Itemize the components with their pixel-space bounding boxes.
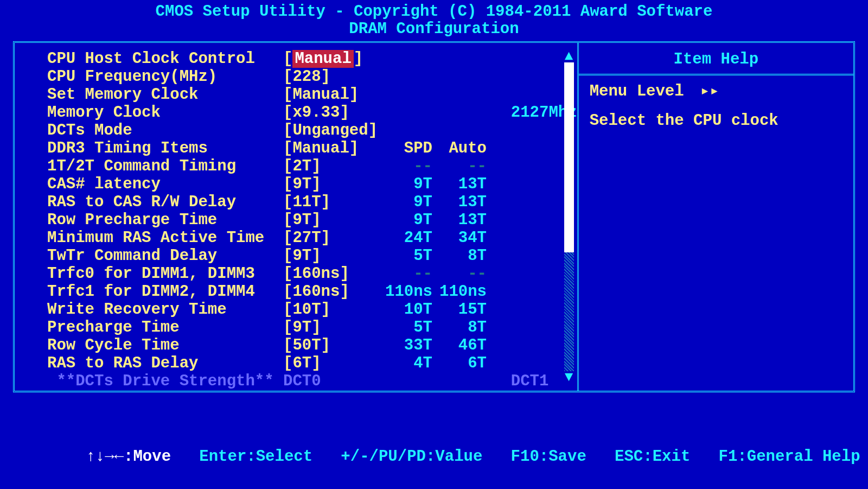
scrollbar[interactable]: ▲▼ <box>564 47 574 386</box>
setting-label: RAS to CAS R/W Delay <box>47 194 283 211</box>
settings-list[interactable]: CPU Host Clock Control[Manual]CPU Freque… <box>15 43 577 391</box>
setting-auto: 46T <box>432 337 487 354</box>
setting-auto: 110ns <box>432 283 487 301</box>
setting-value[interactable]: [x9.33] <box>283 104 378 122</box>
setting-label: Set Memory Clock <box>47 86 283 104</box>
setting-value[interactable]: [9T] <box>283 212 378 229</box>
hint-help: F1:General Help <box>719 448 860 466</box>
setting-auto: 6T <box>432 355 487 372</box>
setting-note: DCT1 <box>492 373 548 390</box>
setting-label: Memory Clock <box>47 104 283 122</box>
setting-spd: 5T <box>378 247 432 265</box>
setting-label: Row Precharge Time <box>47 212 283 229</box>
setting-auto: Auto <box>432 140 487 157</box>
setting-label: Minimum RAS Active Time <box>47 230 283 247</box>
setting-spd: 10T <box>378 301 432 319</box>
setting-label: **DCTs Drive Strength** <box>47 373 283 390</box>
setting-spd: 33T <box>378 337 432 354</box>
setting-label: CPU Host Clock Control <box>47 50 283 68</box>
setting-spd: 5T <box>378 319 432 336</box>
setting-row[interactable]: Precharge Time[9T]5T8T <box>47 319 577 337</box>
setting-value[interactable]: [50T] <box>283 337 378 354</box>
setting-value[interactable]: [9T] <box>283 247 378 265</box>
setting-spd: 110ns <box>378 283 432 301</box>
setting-row[interactable]: Write Recovery Time[10T]10T15T <box>47 301 577 319</box>
setting-label: TwTr Command Delay <box>47 247 283 265</box>
setting-value[interactable]: [Manual] <box>283 50 378 68</box>
menu-level-label: Menu Level <box>590 83 684 100</box>
setting-value[interactable]: [Unganged] <box>283 122 378 139</box>
hint-select: Enter:Select <box>199 448 312 466</box>
setting-row[interactable]: DCTs Mode[Unganged] <box>47 122 577 140</box>
setting-value[interactable]: [9T] <box>283 176 378 193</box>
setting-value[interactable]: [160ns] <box>283 265 378 283</box>
hint-save: F10:Save <box>511 448 586 466</box>
setting-value[interactable]: [10T] <box>283 301 378 319</box>
setting-label: Row Cycle Time <box>47 337 283 354</box>
bios-screen: CMOS Setup Utility - Copyright (C) 1984-… <box>0 0 868 489</box>
setting-label: CAS# latency <box>47 176 283 193</box>
setting-value[interactable]: [Manual] <box>283 140 378 157</box>
help-title: Item Help <box>579 43 853 75</box>
setting-spd: 9T <box>378 176 432 193</box>
setting-row[interactable]: Set Memory Clock[Manual] <box>47 86 577 104</box>
main-panels: CPU Host Clock Control[Manual]CPU Freque… <box>13 41 855 392</box>
setting-spd: 4T <box>378 355 432 372</box>
help-panel: Item Help Menu Level ▸▸ Select the CPU c… <box>577 43 853 391</box>
setting-value[interactable]: [27T] <box>283 230 378 247</box>
setting-label: DDR3 Timing Items <box>47 140 283 157</box>
scroll-down-icon[interactable]: ▼ <box>564 370 574 384</box>
setting-label: RAS to RAS Delay <box>47 355 283 372</box>
setting-auto: 13T <box>432 212 487 229</box>
setting-label: Trfc1 for DIMM2, DIMM4 <box>47 283 283 301</box>
setting-row[interactable]: RAS to CAS R/W Delay[11T]9T13T <box>47 194 577 212</box>
hint-move: ↑↓→←:Move <box>86 448 171 466</box>
setting-auto: 8T <box>432 247 487 265</box>
setting-row[interactable]: DDR3 Timing Items[Manual]SPDAuto <box>47 140 577 158</box>
scroll-up-icon[interactable]: ▲ <box>564 49 574 63</box>
setting-row[interactable]: CPU Frequency(MHz)[228] <box>47 68 577 86</box>
setting-auto: 15T <box>432 301 487 319</box>
setting-spd: 9T <box>378 194 432 211</box>
setting-value[interactable]: [Manual] <box>283 86 378 104</box>
setting-row[interactable]: 1T/2T Command Timing[2T]---- <box>47 158 577 176</box>
setting-row[interactable]: TwTr Command Delay[9T]5T8T <box>47 247 577 265</box>
setting-value[interactable]: [160ns] <box>283 283 378 301</box>
setting-row[interactable]: Trfc1 for DIMM2, DIMM4[160ns]110ns110ns <box>47 283 577 301</box>
setting-auto: 13T <box>432 194 487 211</box>
help-context-text: Select the CPU clock <box>590 112 843 130</box>
setting-label: 1T/2T Command Timing <box>47 158 283 175</box>
setting-spd: -- <box>378 265 432 283</box>
setting-label: Precharge Time <box>47 319 283 336</box>
setting-row[interactable]: CPU Host Clock Control[Manual] <box>47 50 577 68</box>
setting-auto: 8T <box>432 319 487 336</box>
setting-spd: 24T <box>378 230 432 247</box>
setting-value[interactable]: [2T] <box>283 158 378 175</box>
setting-value[interactable]: [228] <box>283 68 378 86</box>
setting-row[interactable]: Minimum RAS Active Time[27T]24T34T <box>47 230 577 247</box>
setting-row[interactable]: Row Cycle Time[50T]33T46T <box>47 337 577 355</box>
setting-label: Write Recovery Time <box>47 301 283 319</box>
help-menu-level: Menu Level ▸▸ <box>590 83 843 101</box>
setting-label: CPU Frequency(MHz) <box>47 68 283 86</box>
setting-label: DCTs Mode <box>47 122 283 139</box>
setting-value[interactable]: [11T] <box>283 194 378 211</box>
header-line-1: CMOS Setup Utility - Copyright (C) 1984-… <box>13 3 855 21</box>
setting-row[interactable]: Memory Clock[x9.33] 2127Mhz <box>47 104 577 122</box>
setting-spd: 9T <box>378 212 432 229</box>
setting-row[interactable]: CAS# latency[9T]9T13T <box>47 176 577 194</box>
setting-value[interactable]: [9T] <box>283 319 378 336</box>
header-line-2: DRAM Configuration <box>13 21 855 38</box>
setting-row[interactable]: Trfc0 for DIMM1, DIMM3[160ns]---- <box>47 265 577 283</box>
hint-value-change: +/-/PU/PD:Value <box>341 448 482 466</box>
setting-row[interactable]: RAS to RAS Delay[6T]4T6T <box>47 355 577 373</box>
scrollbar-thumb[interactable] <box>564 62 574 252</box>
setting-value[interactable]: [6T] <box>283 355 378 372</box>
setting-auto: 13T <box>432 176 487 193</box>
hint-exit: ESC:Exit <box>615 448 690 466</box>
setting-spd: SPD <box>378 140 432 157</box>
setting-spd: -- <box>378 158 432 175</box>
setting-row: **DCTs Drive Strength**DCT0 DCT1 <box>47 373 577 391</box>
setting-row[interactable]: Row Precharge Time[9T]9T13T <box>47 212 577 230</box>
setting-auto: -- <box>432 265 487 283</box>
